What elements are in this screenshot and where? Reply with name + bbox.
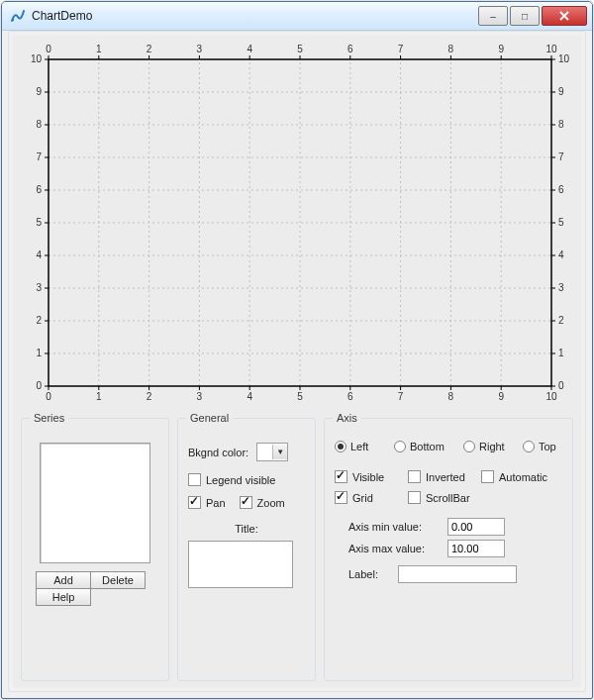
axis-inverted-label: Inverted xyxy=(426,471,465,483)
svg-text:1: 1 xyxy=(96,391,102,402)
legend-visible-checkbox[interactable] xyxy=(188,473,201,486)
axis-grid-label: Grid xyxy=(352,492,373,504)
chart-plot[interactable]: 0011223344556677889910100011223344556677… xyxy=(21,42,579,408)
svg-text:10: 10 xyxy=(31,53,43,64)
chevron-down-icon: ▼ xyxy=(272,445,287,459)
svg-text:3: 3 xyxy=(558,282,564,293)
axis-automatic-label: Automatic xyxy=(499,471,547,483)
axis-min-input[interactable] xyxy=(447,518,505,536)
zoom-checkbox[interactable] xyxy=(240,496,252,509)
axis-scrollbar-label: ScrollBar xyxy=(426,492,470,504)
svg-text:2: 2 xyxy=(147,44,152,54)
svg-text:4: 4 xyxy=(247,391,252,402)
svg-text:0: 0 xyxy=(36,380,42,391)
svg-text:2: 2 xyxy=(147,391,152,402)
svg-text:7: 7 xyxy=(398,391,404,402)
svg-text:7: 7 xyxy=(558,151,564,162)
axis-flags: Visible Inverted Automatic Grid ScrollBa… xyxy=(335,470,562,510)
axis-label-input[interactable] xyxy=(398,565,517,583)
window-title: ChartDemo xyxy=(32,9,477,23)
svg-text:0: 0 xyxy=(46,44,51,54)
svg-text:8: 8 xyxy=(448,391,454,402)
title-input[interactable] xyxy=(188,541,293,588)
axis-max-input[interactable] xyxy=(447,540,505,557)
svg-text:9: 9 xyxy=(558,86,564,97)
svg-text:8: 8 xyxy=(448,44,454,54)
svg-text:3: 3 xyxy=(197,391,203,402)
svg-text:5: 5 xyxy=(297,391,303,402)
title-label: Title: xyxy=(235,523,257,535)
svg-text:8: 8 xyxy=(558,119,564,130)
bkgnd-color-label: Bkgnd color: xyxy=(188,447,248,458)
close-button[interactable] xyxy=(542,6,587,26)
app-icon xyxy=(10,8,26,24)
axis-inverted-checkbox[interactable] xyxy=(408,470,421,483)
delete-button[interactable]: Delete xyxy=(90,571,146,589)
window-controls: – □ xyxy=(477,6,588,26)
axis-top-radio[interactable] xyxy=(523,441,535,452)
minimize-button[interactable]: – xyxy=(478,6,508,26)
svg-text:2: 2 xyxy=(36,315,42,326)
svg-text:5: 5 xyxy=(36,217,42,228)
svg-text:9: 9 xyxy=(498,391,504,402)
axis-max-label: Axis max value: xyxy=(335,543,447,554)
svg-point-0 xyxy=(12,19,14,21)
axis-left-label: Left xyxy=(350,441,368,452)
svg-text:7: 7 xyxy=(36,151,42,162)
svg-text:10: 10 xyxy=(545,44,557,54)
axis-legend: Axis xyxy=(333,412,361,424)
svg-text:6: 6 xyxy=(36,184,42,195)
axis-right-label: Right xyxy=(479,441,505,452)
axis-scrollbar-checkbox[interactable] xyxy=(408,491,421,504)
series-listbox[interactable] xyxy=(40,443,150,563)
legend-visible-label: Legend visible xyxy=(206,474,275,486)
axis-visible-label: Visible xyxy=(352,471,384,483)
axis-side-radios: Left Bottom Right Top xyxy=(335,441,562,458)
svg-text:3: 3 xyxy=(197,44,203,54)
bkgnd-color-combo[interactable]: ▼ xyxy=(256,443,288,461)
titlebar[interactable]: ChartDemo – □ xyxy=(2,2,592,31)
axis-right-radio[interactable] xyxy=(463,441,475,452)
svg-text:2: 2 xyxy=(558,315,564,326)
svg-text:10: 10 xyxy=(558,53,570,64)
svg-text:5: 5 xyxy=(297,44,303,54)
svg-text:1: 1 xyxy=(96,44,102,54)
controls-row: Series Add Delete Help General Bkgnd col… xyxy=(21,418,573,681)
svg-text:4: 4 xyxy=(558,250,564,260)
svg-text:3: 3 xyxy=(36,282,42,293)
series-legend: Series xyxy=(30,412,68,424)
axis-top-label: Top xyxy=(539,441,556,452)
axis-min-label: Axis min value: xyxy=(335,521,447,533)
svg-text:6: 6 xyxy=(347,44,353,54)
zoom-label: Zoom xyxy=(257,497,285,509)
app-window: ChartDemo – □ 00112233445566778899101000… xyxy=(1,1,593,699)
pan-checkbox[interactable] xyxy=(188,496,201,509)
maximize-button[interactable]: □ xyxy=(510,6,540,26)
svg-text:0: 0 xyxy=(558,380,564,391)
general-group: General Bkgnd color: ▼ Legend visible Pa… xyxy=(177,418,316,681)
add-button[interactable]: Add xyxy=(36,571,91,589)
svg-text:9: 9 xyxy=(498,44,504,54)
svg-text:4: 4 xyxy=(247,44,252,54)
axis-label-label: Label: xyxy=(335,568,398,580)
svg-text:6: 6 xyxy=(558,184,564,195)
help-button[interactable]: Help xyxy=(36,588,91,606)
svg-text:4: 4 xyxy=(36,250,42,260)
axis-visible-checkbox[interactable] xyxy=(335,470,347,483)
svg-text:0: 0 xyxy=(46,391,51,402)
svg-text:1: 1 xyxy=(36,348,42,358)
svg-text:5: 5 xyxy=(558,217,564,228)
pan-label: Pan xyxy=(206,497,226,509)
axis-grid-checkbox[interactable] xyxy=(335,491,347,504)
axis-automatic-checkbox[interactable] xyxy=(481,470,494,483)
svg-text:1: 1 xyxy=(558,348,564,358)
svg-text:10: 10 xyxy=(545,391,557,402)
axis-left-radio[interactable] xyxy=(335,441,346,452)
chart-panel: 0011223344556677889910100011223344556677… xyxy=(21,42,573,408)
svg-text:9: 9 xyxy=(36,86,42,97)
general-legend: General xyxy=(186,412,233,424)
series-group: Series Add Delete Help xyxy=(21,418,169,681)
svg-text:7: 7 xyxy=(398,44,404,54)
axis-bottom-label: Bottom xyxy=(410,441,445,452)
axis-bottom-radio[interactable] xyxy=(394,441,406,452)
